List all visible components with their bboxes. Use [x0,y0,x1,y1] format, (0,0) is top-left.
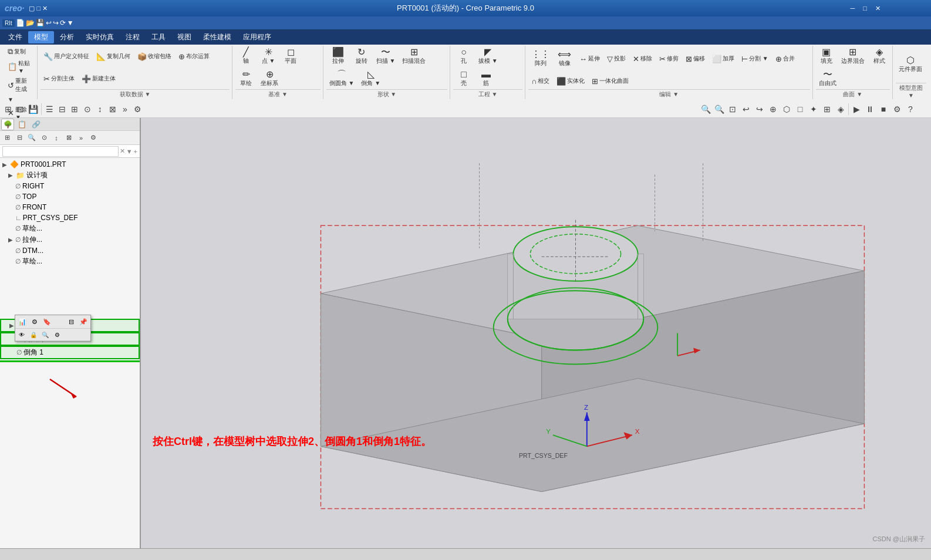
tree-item-sketch1[interactable]: ∅ 草绘... [0,223,140,234]
btn-bool[interactable]: ⊕布尔运算 [176,51,212,62]
btn-copy-geo[interactable]: 📐复制几何 [93,51,133,62]
qa-open[interactable]: 📂 [26,19,35,27]
tree-item-top[interactable]: ∅ TOP [0,191,140,202]
btn-intersect[interactable]: ∩相交 [528,76,552,87]
btn-extend[interactable]: ↔延伸 [576,53,603,65]
btn-trim[interactable]: ✂修剪 [656,53,682,65]
menu-flexible[interactable]: 柔性建模 [197,31,237,43]
menu-model[interactable]: 模型 [28,31,54,43]
sidebar-tb-sort2[interactable]: ↕ [50,132,62,144]
vp-orient[interactable]: ⊕ [767,103,780,116]
qa-btn-1[interactable]: RIt [2,19,15,27]
tb-btn-view[interactable]: ⊠ [107,103,118,116]
tree-item-chamfer1[interactable]: ∅ 倒角 1 [0,346,140,359]
tree-item-dtm[interactable]: ∅ DTM... [0,245,140,256]
btn-boundary-blend[interactable]: ⊞ 边界混合 [838,46,868,67]
btn-unified-surface[interactable]: ⊞一体化曲面 [589,76,632,87]
search-input[interactable] [2,146,119,157]
sidebar-tab-tree[interactable]: 🌳 [1,119,14,130]
vp-settings[interactable]: ⚙ [890,103,903,116]
vp-annotations[interactable]: ✦ [807,103,820,116]
qa-more[interactable]: ▼ [67,19,74,27]
btn-user-feature[interactable]: 🔧用户定义特征 [41,51,92,62]
menu-simulation[interactable]: 实时仿真 [80,31,120,43]
search-dropdown-icon[interactable]: ▼ [126,148,133,155]
btn-axis[interactable]: ╱ 轴 [235,46,257,67]
popup-cols-btn[interactable]: ⊟ [65,316,77,327]
search-clear-icon[interactable]: ✕ [120,147,125,155]
btn-remove[interactable]: ✕移除 [630,53,655,65]
vp-zoom-in[interactable]: 🔍 [699,103,712,116]
popup-bookmark-btn[interactable]: 🔖 [41,316,53,327]
vp-display-style2[interactable]: □ [794,103,807,116]
tb-btn-filter[interactable]: ⊙ [82,103,93,116]
qa-new[interactable]: 📄 [16,19,25,27]
popup-lock-btn[interactable]: 🔒 [28,330,39,339]
sidebar-tb-filter2[interactable]: ⊙ [38,132,50,144]
btn-csys[interactable]: ⊕ 坐标系 [258,68,281,89]
tree-item-root[interactable]: ▶ 🔶 PRT0001.PRT [0,159,140,170]
btn-freestyle[interactable]: 〜 自由式 [816,68,839,89]
btn-sweep[interactable]: 〜 扫描 ▼ [373,46,399,67]
btn-copy[interactable]: ⧉复制 [5,46,35,58]
btn-shrink[interactable]: 📦收缩包络 [134,51,174,62]
popup-chart-btn[interactable]: 📊 [16,316,28,327]
tb-btn-list[interactable]: ☰ [44,103,55,116]
btn-rib[interactable]: ▬ 筋 [475,68,497,89]
qa-regen[interactable]: ⟳ [60,19,66,27]
btn-split-body[interactable]: ✂分割主体 [41,73,77,85]
vp-prev-view[interactable]: ↩ [740,103,753,116]
btn-merge[interactable]: ⊕合并 [773,53,798,65]
menu-apps[interactable]: 应用程序 [237,31,277,43]
sidebar-tb-more2[interactable]: » [75,132,87,144]
sidebar-tab-relations[interactable]: 🔗 [29,119,42,130]
vp-play[interactable]: ▶ [850,103,863,116]
vp-pause[interactable]: ⏸ [863,103,876,116]
vp-fit[interactable]: ⊡ [726,103,739,116]
sidebar-tb-search2[interactable]: 🔍 [26,132,38,144]
popup-gear-btn[interactable]: ⚙ [29,316,41,327]
tree-item-design[interactable]: ▶ 📁 设计项 [0,170,140,181]
btn-revolve[interactable]: ↻ 旋转 [351,46,372,67]
btn-style[interactable]: ◈ 样式 [869,46,890,67]
window-controls-right[interactable]: ─ □ ✕ [847,5,884,12]
menu-analysis[interactable]: 分析 [54,31,80,43]
search-add-icon[interactable]: + [134,148,137,155]
btn-hole[interactable]: ○ 孔 [453,46,474,67]
btn-pattern[interactable]: ⋮⋮ 阵列 [528,48,553,69]
tree-item-prt-csys[interactable]: ∟ PRT_CSYS_DEF [0,212,140,223]
btn-regen[interactable]: ↺重新生成 [5,76,35,95]
menu-annotate[interactable]: 注程 [120,31,146,43]
btn-sketch[interactable]: ✏ 草绘 [235,68,257,89]
tb-btn-detail[interactable]: ⊟ [56,103,68,116]
btn-swept-blend[interactable]: ⊞ 扫描混合 [399,46,429,67]
sidebar-tb-collapse[interactable]: ⊟ [14,132,25,144]
sidebar-tb-expand[interactable]: ⊞ [1,132,13,144]
btn-point[interactable]: ✳ 点 ▼ [258,46,279,67]
btn-fill[interactable]: ▣ 填充 [816,46,837,67]
menu-view[interactable]: 视图 [171,31,197,43]
main-viewport[interactable]: X Z Y PRT_CSYS_DEF 按住Ctr [141,118,931,548]
btn-solidify[interactable]: ⬛实体化 [554,76,588,87]
btn-shell[interactable]: □ 壳 [453,68,474,89]
vp-section[interactable]: ⊞ [821,103,834,116]
vp-help[interactable]: ? [904,103,917,116]
menu-file[interactable]: 文件 [2,31,28,43]
btn-thicken[interactable]: ⬜加厚 [709,53,737,65]
menu-tools[interactable]: 工具 [146,31,171,43]
qa-undo[interactable]: ↩ [46,19,52,27]
popup-pin-btn[interactable]: 📌 [77,316,89,327]
vp-next-view[interactable]: ↪ [753,103,766,116]
tree-item-right[interactable]: ∅ RIGHT [0,181,140,191]
sidebar-tb-view2[interactable]: ⊠ [63,132,75,144]
btn-round[interactable]: ⌒ 倒圆角 ▼ [326,68,357,89]
tree-item-front[interactable]: ∅ FRONT [0,202,140,212]
btn-draft[interactable]: ◤ 拔模 ▼ [475,46,501,67]
vp-appearance[interactable]: ◈ [834,103,847,116]
btn-project[interactable]: ▽投影 [604,53,629,65]
tb-btn-more[interactable]: » [119,103,130,116]
btn-offset[interactable]: ⊠偏移 [683,53,708,65]
tree-item-sketch2[interactable]: ∅ 草绘... [0,256,140,267]
popup-search-btn[interactable]: 🔍 [40,330,50,339]
btn-extrude[interactable]: ⬛ 拉伸 [326,46,350,67]
